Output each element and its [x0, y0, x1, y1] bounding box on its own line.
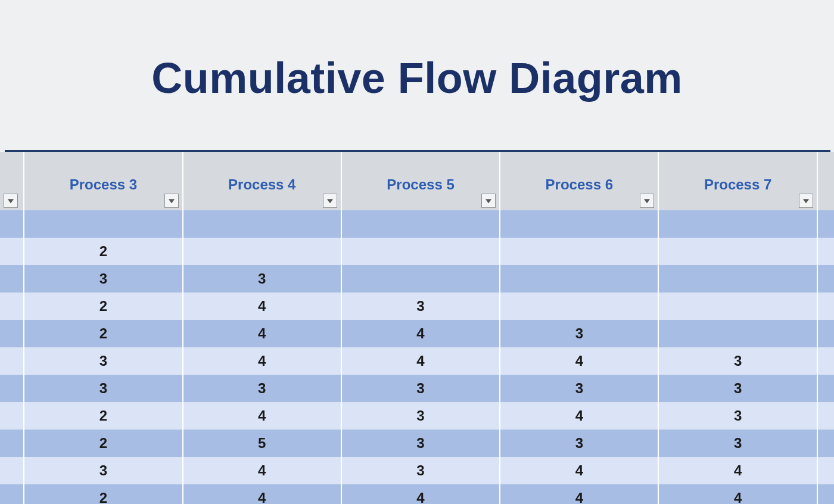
data-cell[interactable]: 4	[341, 484, 500, 504]
table-row: 33333	[0, 375, 834, 402]
data-cell[interactable]	[500, 238, 658, 265]
table-row: 2	[0, 238, 834, 265]
data-cell[interactable]: 3	[24, 265, 182, 293]
data-cell[interactable]: 4	[183, 320, 341, 347]
filter-dropdown-icon[interactable]	[799, 194, 813, 208]
data-cell[interactable]: 3	[24, 375, 182, 402]
filter-dropdown-icon[interactable]	[323, 194, 337, 208]
data-cell[interactable]	[341, 210, 500, 238]
data-cell[interactable]: 2	[24, 430, 182, 457]
data-cell[interactable]: 3	[183, 265, 341, 293]
data-cell[interactable]	[183, 210, 341, 238]
column-header-label: Process 6	[501, 169, 657, 193]
column-header-trailing	[817, 152, 834, 210]
data-cell[interactable]: 2	[24, 293, 182, 320]
data-cell[interactable]: 3	[500, 430, 658, 457]
row-trailing-cell	[817, 430, 834, 457]
table-row: 24444	[0, 484, 834, 504]
table-row: 34344	[0, 457, 834, 484]
row-leading-cell	[0, 484, 24, 504]
data-cell[interactable]	[24, 210, 182, 238]
table-row: 25333	[0, 430, 834, 457]
column-header-process-3[interactable]: Process 3	[24, 152, 182, 210]
data-cell[interactable]: 3	[500, 320, 658, 347]
data-cell[interactable]	[658, 265, 817, 293]
row-trailing-cell	[817, 457, 834, 484]
table-row: 2443	[0, 320, 834, 347]
column-header-process-7[interactable]: Process 7	[658, 152, 817, 210]
data-cell[interactable]: 4	[500, 402, 658, 430]
row-leading-cell	[0, 430, 24, 457]
column-header-process-5[interactable]: Process 5	[341, 152, 500, 210]
data-cell[interactable]	[341, 265, 500, 293]
data-cell[interactable]: 3	[24, 347, 182, 375]
data-cell[interactable]: 4	[341, 347, 500, 375]
column-header-process-6[interactable]: Process 6	[500, 152, 658, 210]
row-leading-cell	[0, 375, 24, 402]
data-cell[interactable]	[341, 238, 500, 265]
data-cell[interactable]	[658, 210, 817, 238]
table-row: 24343	[0, 402, 834, 430]
data-cell[interactable]: 4	[183, 457, 341, 484]
column-header-process-4[interactable]: Process 4	[183, 152, 341, 210]
data-cell[interactable]: 3	[341, 293, 500, 320]
data-cell[interactable]: 3	[341, 402, 500, 430]
filter-dropdown-icon[interactable]	[164, 194, 179, 208]
data-cell[interactable]	[658, 238, 817, 265]
page-title: Cumulative Flow Diagram	[0, 54, 834, 102]
data-cell[interactable]: 3	[658, 375, 817, 402]
row-leading-cell	[0, 293, 24, 320]
column-header-label: Process 7	[659, 169, 816, 193]
data-cell[interactable]: 2	[24, 238, 182, 265]
data-cell[interactable]	[658, 293, 817, 320]
row-trailing-cell	[817, 265, 834, 293]
column-header-label: Process 4	[184, 169, 340, 193]
row-leading-cell	[0, 402, 24, 430]
data-cell[interactable]: 4	[500, 484, 658, 504]
data-cell[interactable]: 3	[658, 430, 817, 457]
row-leading-cell	[0, 238, 24, 265]
row-leading-cell	[0, 265, 24, 293]
data-cell[interactable]: 3	[658, 347, 817, 375]
filter-dropdown-icon[interactable]	[481, 194, 496, 208]
data-cell[interactable]: 2	[24, 402, 182, 430]
data-cell[interactable]: 3	[24, 457, 182, 484]
data-cell[interactable]: 3	[658, 402, 817, 430]
row-trailing-cell	[817, 238, 834, 265]
data-cell[interactable]: 4	[500, 457, 658, 484]
data-cell[interactable]: 3	[341, 457, 500, 484]
data-cell[interactable]: 3	[341, 430, 500, 457]
data-cell[interactable]	[500, 293, 658, 320]
row-leading-cell	[0, 347, 24, 375]
data-cell[interactable]: 3	[341, 375, 500, 402]
data-cell[interactable]: 4	[658, 457, 817, 484]
data-cell[interactable]: 4	[341, 320, 500, 347]
table-row: 243	[0, 293, 834, 320]
table-row	[0, 210, 834, 238]
row-trailing-cell	[817, 320, 834, 347]
data-cell[interactable]: 4	[658, 484, 817, 504]
data-cell[interactable]: 5	[183, 430, 341, 457]
row-trailing-cell	[817, 210, 834, 238]
data-cell[interactable]: 2	[24, 320, 182, 347]
data-cell[interactable]: 4	[183, 402, 341, 430]
data-cell[interactable]: 4	[183, 347, 341, 375]
filter-dropdown-icon[interactable]	[4, 194, 18, 208]
column-header-leading	[0, 152, 24, 210]
data-cell[interactable]: 2	[24, 484, 182, 504]
data-cell[interactable]: 3	[183, 375, 341, 402]
data-cell[interactable]: 4	[183, 484, 341, 504]
data-cell[interactable]	[183, 238, 341, 265]
row-leading-cell	[0, 320, 24, 347]
data-cell[interactable]: 4	[500, 347, 658, 375]
table-row: 34443	[0, 347, 834, 375]
data-cell[interactable]	[500, 210, 658, 238]
row-trailing-cell	[817, 375, 834, 402]
data-cell[interactable]	[500, 265, 658, 293]
row-leading-cell	[0, 457, 24, 484]
row-trailing-cell	[817, 293, 834, 320]
data-cell[interactable]: 3	[500, 375, 658, 402]
data-cell[interactable]: 4	[183, 293, 341, 320]
filter-dropdown-icon[interactable]	[640, 194, 654, 208]
data-cell[interactable]	[658, 320, 817, 347]
